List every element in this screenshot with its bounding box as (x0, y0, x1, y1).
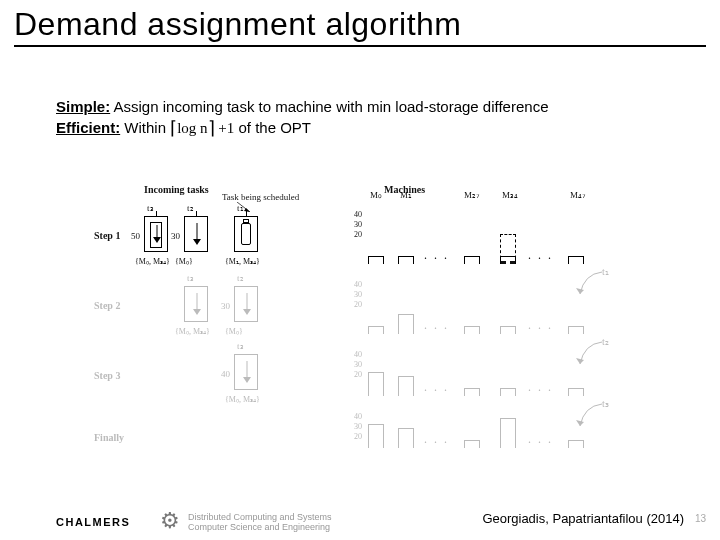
m47-label: M₄₇ (570, 190, 586, 200)
incoming-t2: t₂ (574, 340, 604, 372)
efficient-post: of the OPT (239, 119, 312, 136)
incoming-t3: t₃ (574, 402, 604, 434)
svg-marker-3 (153, 237, 161, 243)
chalmers-logo: CHALMERS (56, 516, 130, 528)
step-3-label: Step 3 (94, 370, 120, 381)
page-number: 13 (695, 513, 706, 524)
m27-label: M₂₇ (464, 190, 480, 200)
efficient-pre: Within (120, 119, 170, 136)
line-efficient: Efficient: Within ⌈log n⌉ +1 of the OPT (56, 116, 664, 139)
citation: Georgiadis, Papatriantafilou (2014) (482, 511, 684, 526)
step-2-row: Step 2 t₃ {M₀, M₃₄} t₂ 30 {M₀} 403020 · … (144, 274, 624, 344)
step-3-row: Step 3 t₃ 40 {M₀, M₃₄} 403020 · · · · · … (144, 344, 624, 406)
svg-marker-14 (576, 420, 584, 426)
efficient-label: Efficient: (56, 119, 120, 136)
line-simple: Simple: Assign incoming task to machine … (56, 97, 664, 116)
slide-title: Demand assignment algorithm (0, 0, 720, 43)
svg-marker-12 (243, 377, 251, 383)
m1-label: M₁ (400, 190, 412, 200)
m34-label: M₃₄ (502, 190, 518, 200)
step-1-row: Step 1 t₃ 50 {M₀, M₃₄} t₂ 30 {M₀} t₁ {M₁… (144, 204, 624, 274)
m0-label: M₀ (370, 190, 382, 200)
simple-label: Simple: (56, 98, 110, 115)
gear-icon: ⚙ (160, 508, 180, 534)
dcs-text: Distributed Computing and SystemsCompute… (188, 512, 332, 532)
svg-marker-13 (576, 358, 584, 364)
step-1-label: Step 1 (94, 230, 120, 241)
svg-marker-7 (193, 309, 201, 315)
simple-text: Assign incoming task to machine with min… (110, 98, 548, 115)
svg-marker-9 (243, 309, 251, 315)
svg-marker-5 (193, 239, 201, 245)
finally-label: Finally (94, 432, 124, 443)
finally-row: Finally 403020 · · · · · · t₃ (144, 406, 624, 458)
body-text: Simple: Assign incoming task to machine … (0, 47, 720, 139)
algorithm-diagram: Incoming tasks Task being scheduled Mach… (144, 204, 624, 458)
incoming-t1: t₁ (574, 270, 604, 302)
svg-marker-10 (576, 288, 584, 294)
efficient-formula: ⌈log n⌉ +1 (170, 116, 234, 139)
slide-footer: CHALMERS ⚙ Distributed Computing and Sys… (0, 506, 720, 530)
header-incoming: Incoming tasks (144, 184, 209, 195)
step-2-label: Step 2 (94, 300, 120, 311)
